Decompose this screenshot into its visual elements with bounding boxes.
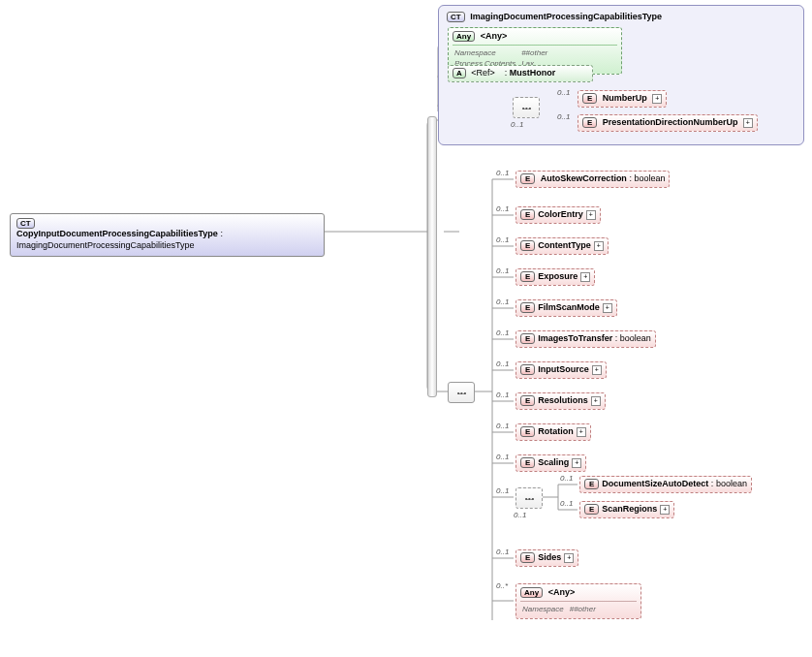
exposure-name: Exposure (538, 271, 578, 281)
nested-seq-occurs: 0..1 (514, 511, 526, 519)
ns-val-top: ##other (521, 48, 551, 58)
element-sides[interactable]: ESides+ (515, 549, 578, 567)
expand-icon[interactable]: + (572, 458, 581, 468)
docsize-type: boolean (716, 479, 747, 488)
seq-icon: •-•-• (522, 104, 531, 112)
any-badge-bottom: Any (520, 587, 543, 598)
expand-icon[interactable]: + (652, 94, 662, 104)
expand-icon[interactable]: + (580, 272, 590, 282)
scaling-name: Scaling (538, 457, 569, 467)
filmscan-name: FilmScanMode (538, 302, 600, 312)
ct-badge: CT (16, 218, 35, 229)
expand-icon[interactable]: + (564, 553, 574, 563)
element-inputsource[interactable]: EInputSource+ (515, 361, 607, 379)
element-autoskewcorrection[interactable]: E AutoSkewCorrection : boolean (515, 171, 670, 188)
expand-icon[interactable]: + (591, 396, 601, 406)
ext-ct-badge: CT (447, 12, 465, 22)
element-imagestotransfer[interactable]: EImagesToTransfer : boolean (515, 330, 656, 348)
nested-seq-parent-occurs: 0..1 (496, 486, 509, 495)
e-badge: E (582, 117, 597, 128)
root-complextype[interactable]: CT CopyInputDocumentProcessingCapabiliti… (10, 213, 325, 257)
ref-label: <Ref> (471, 68, 495, 78)
autoskew-name: AutoSkewCorrection (541, 173, 627, 183)
root-name: CopyInputDocumentProcessingCapabilitiesT… (16, 229, 218, 238)
main-sequence[interactable]: •-•-• (448, 382, 475, 403)
element-colorentry[interactable]: EColorEntry+ (515, 206, 601, 224)
nested-sequence[interactable]: •-•-• (515, 487, 543, 509)
inner-seq-occurs: 0..1 (511, 120, 523, 129)
autoskew-occurs: 0..1 (496, 169, 509, 177)
inputsource-name: InputSource (538, 364, 589, 374)
element-documentsizeautodetect[interactable]: EDocumentSizeAutoDetect : boolean (579, 476, 752, 493)
ref-name: MustHonor (510, 68, 556, 78)
inner-sequence[interactable]: •-•-• (513, 97, 540, 118)
any-wildcard-bottom[interactable]: Any <Any> Namespace##other (515, 583, 641, 619)
element-rotation[interactable]: ERotation+ (515, 423, 591, 441)
expand-icon[interactable]: + (743, 118, 753, 128)
expand-icon[interactable]: + (592, 365, 602, 375)
element-presentation-direction[interactable]: E PresentationDirectionNumberUp + (578, 114, 758, 132)
element-filmscanmode[interactable]: EFilmScanMode+ (515, 299, 617, 317)
element-numberup[interactable]: E NumberUp + (578, 90, 667, 108)
sides-name: Sides (538, 552, 561, 562)
ns-label-top: Namespace (454, 48, 519, 58)
rotation-name: Rotation (538, 426, 574, 436)
resolutions-name: Resolutions (538, 395, 588, 405)
element-resolutions[interactable]: EResolutions+ (515, 392, 606, 410)
ext-name: ImagingDocumentProcessingCapabilitiesTyp… (470, 12, 662, 21)
ref-colon: : (502, 68, 510, 78)
presentationdir-occurs: 0..1 (557, 112, 570, 121)
presentationdir-name: PresentationDirectionNumberUp (603, 117, 738, 127)
any-label-top: <Any> (481, 31, 508, 41)
expand-icon[interactable]: + (603, 303, 612, 313)
any-label-bottom: <Any> (548, 587, 576, 597)
imgtransfer-name: ImagesToTransfer (538, 333, 612, 343)
any-bottom-occurs: 0..* (496, 581, 508, 590)
attribute-ref[interactable]: A <Ref> : MustHonor (448, 65, 593, 82)
ns-val-bottom: ##other (570, 605, 600, 614)
seq-icon: •-•-• (525, 494, 534, 503)
element-exposure[interactable]: EExposure+ (515, 268, 595, 286)
element-scaling[interactable]: EScaling+ (515, 454, 586, 472)
autoskew-type: boolean (634, 173, 665, 183)
element-scanregions[interactable]: EScanRegions+ (579, 501, 674, 518)
e-badge: E (520, 173, 535, 184)
scanregions-name: ScanRegions (602, 504, 657, 514)
contenttype-name: ContentType (538, 240, 590, 250)
imgtransfer-type: boolean (620, 333, 651, 343)
e-badge: E (582, 93, 597, 104)
expand-icon[interactable]: + (594, 241, 604, 251)
numberup-name: NumberUp (603, 93, 647, 103)
root-base: ImagingDocumentProcessingCapabilitiesTyp… (16, 240, 195, 250)
attr-badge: A (453, 68, 466, 78)
vertical-extension-bar (427, 116, 437, 397)
numberup-occurs: 0..1 (557, 88, 570, 97)
docsize-name: DocumentSizeAutoDetect (602, 479, 708, 488)
any-badge-top: Any (453, 31, 475, 42)
expand-icon[interactable]: + (577, 427, 586, 437)
ns-label-bottom: Namespace (522, 605, 568, 614)
expand-icon[interactable]: + (660, 505, 670, 515)
element-contenttype[interactable]: EContentType+ (515, 237, 609, 255)
expand-icon[interactable]: + (586, 210, 596, 220)
colorentry-name: ColorEntry (538, 209, 583, 219)
seq-icon: •-•-• (457, 389, 466, 397)
colon: : (218, 229, 223, 238)
